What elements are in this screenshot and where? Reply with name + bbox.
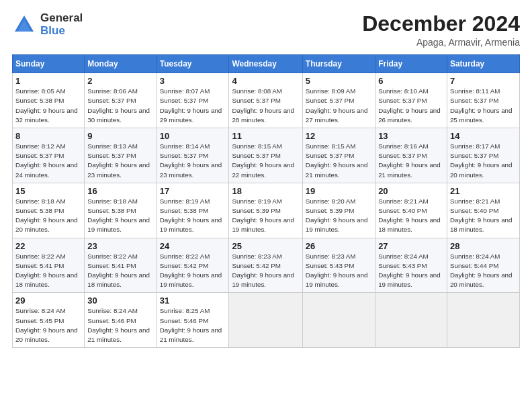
page: General Blue December 2024 Apaga, Armavi… xyxy=(0,0,532,411)
header-thursday: Thursday xyxy=(302,55,375,73)
logo-general: General xyxy=(40,12,83,25)
day-number: 6 xyxy=(378,76,444,86)
sunrise-label: Sunrise: 8:21 AM xyxy=(378,197,429,205)
sunset-label: Sunset: 5:37 PM xyxy=(450,97,498,104)
week-row-5: 29 Sunrise: 8:24 AM Sunset: 5:45 PM Dayl… xyxy=(13,293,520,348)
daylight-label: Daylight: 9 hours and 21 minutes. xyxy=(306,161,368,178)
day-detail: Sunrise: 8:24 AM Sunset: 5:44 PM Dayligh… xyxy=(450,252,517,290)
day-number: 2 xyxy=(87,76,153,86)
day-detail: Sunrise: 8:22 AM Sunset: 5:41 PM Dayligh… xyxy=(87,252,153,290)
sunrise-label: Sunrise: 8:23 AM xyxy=(306,253,356,260)
sunset-label: Sunset: 5:37 PM xyxy=(160,152,208,159)
day-detail: Sunrise: 8:13 AM Sunset: 5:37 PM Dayligh… xyxy=(87,142,153,180)
sunset-label: Sunset: 5:42 PM xyxy=(160,262,208,269)
sunrise-label: Sunrise: 8:19 AM xyxy=(232,197,282,205)
day-detail: Sunrise: 8:22 AM Sunset: 5:41 PM Dayligh… xyxy=(15,252,81,290)
day-detail: Sunrise: 8:14 AM Sunset: 5:37 PM Dayligh… xyxy=(160,142,226,180)
daylight-label: Daylight: 9 hours and 19 minutes. xyxy=(87,216,150,233)
daylight-label: Daylight: 9 hours and 21 minutes. xyxy=(378,161,441,178)
day-cell: 1 Sunrise: 8:05 AM Sunset: 5:38 PM Dayli… xyxy=(13,73,85,128)
day-detail: Sunrise: 8:18 AM Sunset: 5:38 PM Dayligh… xyxy=(15,197,81,235)
sunset-label: Sunset: 5:46 PM xyxy=(87,317,136,324)
day-number: 12 xyxy=(306,131,372,141)
day-cell: 14 Sunrise: 8:17 AM Sunset: 5:37 PM Dayl… xyxy=(447,128,519,183)
calendar-header: Sunday Monday Tuesday Wednesday Thursday… xyxy=(13,55,520,73)
sunset-label: Sunset: 5:41 PM xyxy=(87,262,136,269)
daylight-label: Daylight: 9 hours and 21 minutes. xyxy=(87,326,150,343)
day-cell: 24 Sunrise: 8:22 AM Sunset: 5:42 PM Dayl… xyxy=(157,238,229,293)
logo: General Blue xyxy=(12,12,83,37)
sunset-label: Sunset: 5:37 PM xyxy=(232,152,280,159)
day-detail: Sunrise: 8:19 AM Sunset: 5:39 PM Dayligh… xyxy=(232,197,299,235)
day-number: 30 xyxy=(87,295,153,306)
daylight-label: Daylight: 9 hours and 22 minutes. xyxy=(232,161,294,178)
day-cell: 25 Sunrise: 8:23 AM Sunset: 5:42 PM Dayl… xyxy=(229,238,302,293)
day-number: 20 xyxy=(378,186,444,196)
day-detail: Sunrise: 8:17 AM Sunset: 5:37 PM Dayligh… xyxy=(450,142,517,180)
sunrise-label: Sunrise: 8:24 AM xyxy=(378,253,429,260)
day-number: 25 xyxy=(232,241,299,251)
day-cell: 12 Sunrise: 8:15 AM Sunset: 5:37 PM Dayl… xyxy=(302,128,375,183)
daylight-label: Daylight: 9 hours and 20 minutes. xyxy=(450,161,513,178)
day-number: 18 xyxy=(232,186,299,196)
sunset-label: Sunset: 5:44 PM xyxy=(450,262,498,269)
day-cell: 23 Sunrise: 8:22 AM Sunset: 5:41 PM Dayl… xyxy=(85,238,157,293)
day-number: 8 xyxy=(15,131,81,141)
daylight-label: Daylight: 9 hours and 20 minutes. xyxy=(15,216,78,233)
day-number: 17 xyxy=(160,186,226,196)
day-detail: Sunrise: 8:18 AM Sunset: 5:38 PM Dayligh… xyxy=(87,197,153,235)
day-cell: 31 Sunrise: 8:25 AM Sunset: 5:46 PM Dayl… xyxy=(157,293,229,348)
day-cell: 22 Sunrise: 8:22 AM Sunset: 5:41 PM Dayl… xyxy=(13,238,85,293)
day-cell: 10 Sunrise: 8:14 AM Sunset: 5:37 PM Dayl… xyxy=(157,128,229,183)
header: General Blue December 2024 Apaga, Armavi… xyxy=(12,12,520,48)
sunrise-label: Sunrise: 8:10 AM xyxy=(378,87,429,95)
day-detail: Sunrise: 8:25 AM Sunset: 5:46 PM Dayligh… xyxy=(160,306,226,345)
calendar-body: 1 Sunrise: 8:05 AM Sunset: 5:38 PM Dayli… xyxy=(13,73,520,348)
day-cell: 3 Sunrise: 8:07 AM Sunset: 5:37 PM Dayli… xyxy=(157,73,229,128)
daylight-label: Daylight: 9 hours and 27 minutes. xyxy=(306,107,368,124)
day-detail: Sunrise: 8:21 AM Sunset: 5:40 PM Dayligh… xyxy=(450,197,517,235)
daylight-label: Daylight: 9 hours and 25 minutes. xyxy=(450,107,513,124)
week-row-1: 1 Sunrise: 8:05 AM Sunset: 5:38 PM Dayli… xyxy=(13,73,520,128)
day-cell: 15 Sunrise: 8:18 AM Sunset: 5:38 PM Dayl… xyxy=(13,183,85,238)
day-number: 19 xyxy=(306,186,372,196)
header-wednesday: Wednesday xyxy=(229,55,302,73)
daylight-label: Daylight: 9 hours and 28 minutes. xyxy=(232,107,294,124)
sunset-label: Sunset: 5:43 PM xyxy=(378,262,427,269)
day-number: 5 xyxy=(306,76,372,86)
day-cell: 18 Sunrise: 8:19 AM Sunset: 5:39 PM Dayl… xyxy=(229,183,302,238)
sunrise-label: Sunrise: 8:16 AM xyxy=(378,142,429,150)
daylight-label: Daylight: 9 hours and 19 minutes. xyxy=(160,216,222,233)
daylight-label: Daylight: 9 hours and 19 minutes. xyxy=(232,271,294,288)
day-detail: Sunrise: 8:24 AM Sunset: 5:43 PM Dayligh… xyxy=(378,252,444,290)
sunrise-label: Sunrise: 8:21 AM xyxy=(450,197,500,205)
day-number: 27 xyxy=(378,241,444,251)
sunrise-label: Sunrise: 8:07 AM xyxy=(160,87,210,95)
sunrise-label: Sunrise: 8:24 AM xyxy=(450,253,500,260)
day-cell: 17 Sunrise: 8:19 AM Sunset: 5:38 PM Dayl… xyxy=(157,183,229,238)
day-cell: 4 Sunrise: 8:08 AM Sunset: 5:37 PM Dayli… xyxy=(229,73,302,128)
sunrise-label: Sunrise: 8:17 AM xyxy=(450,142,500,150)
day-detail: Sunrise: 8:09 AM Sunset: 5:37 PM Dayligh… xyxy=(306,87,372,125)
daylight-label: Daylight: 9 hours and 19 minutes. xyxy=(378,271,441,288)
sunset-label: Sunset: 5:46 PM xyxy=(160,317,208,324)
calendar-title: December 2024 xyxy=(362,12,520,36)
day-detail: Sunrise: 8:06 AM Sunset: 5:37 PM Dayligh… xyxy=(87,87,153,125)
day-detail: Sunrise: 8:15 AM Sunset: 5:37 PM Dayligh… xyxy=(232,142,299,180)
day-number: 1 xyxy=(15,76,81,86)
sunset-label: Sunset: 5:38 PM xyxy=(87,207,136,214)
sunset-label: Sunset: 5:37 PM xyxy=(378,152,427,159)
header-monday: Monday xyxy=(85,55,157,73)
sunset-label: Sunset: 5:38 PM xyxy=(15,207,64,214)
sunrise-label: Sunrise: 8:23 AM xyxy=(232,253,282,260)
sunset-label: Sunset: 5:39 PM xyxy=(306,207,354,214)
daylight-label: Daylight: 9 hours and 18 minutes. xyxy=(450,216,513,233)
day-cell xyxy=(302,293,375,348)
sunrise-label: Sunrise: 8:06 AM xyxy=(87,87,138,95)
daylight-label: Daylight: 9 hours and 19 minutes. xyxy=(160,271,222,288)
sunrise-label: Sunrise: 8:18 AM xyxy=(15,197,66,205)
week-row-2: 8 Sunrise: 8:12 AM Sunset: 5:37 PM Dayli… xyxy=(13,128,520,183)
sunset-label: Sunset: 5:37 PM xyxy=(306,97,354,104)
day-number: 10 xyxy=(160,131,226,141)
sunrise-label: Sunrise: 8:19 AM xyxy=(160,197,210,205)
